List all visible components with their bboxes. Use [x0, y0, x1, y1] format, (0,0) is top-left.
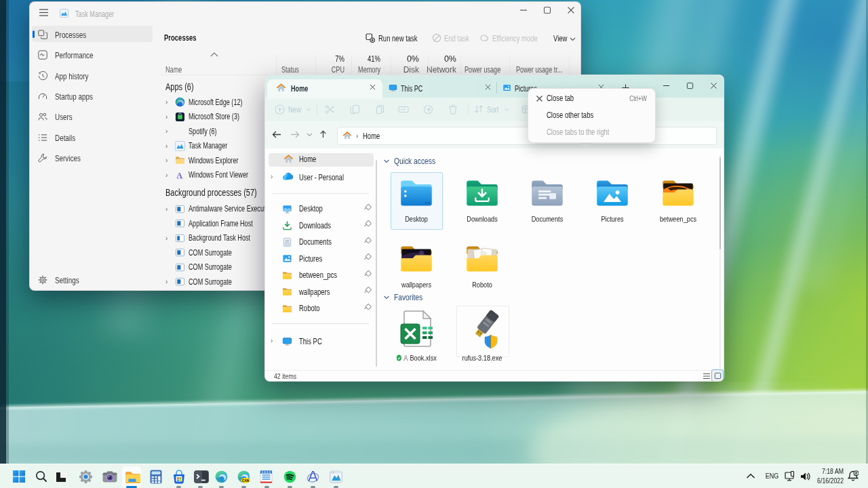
- svg-text:CAN: CAN: [242, 479, 250, 483]
